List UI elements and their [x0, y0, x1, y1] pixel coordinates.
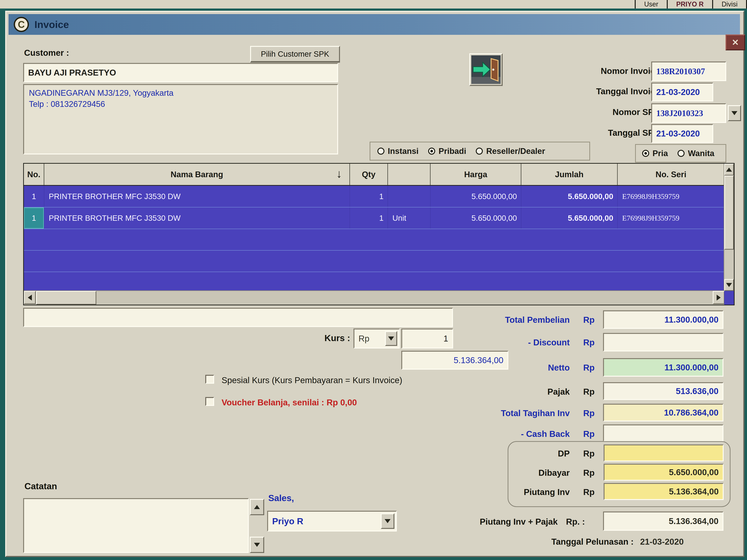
chevron-down-icon — [731, 111, 737, 115]
cell-harga[interactable]: 5.650.000,00 — [431, 186, 521, 207]
total-pembelian-rp: Rp — [583, 315, 594, 325]
kurs-currency-value: Rp — [359, 334, 369, 344]
nomor-spb-field[interactable]: 138J2010323 — [651, 103, 726, 123]
cell-no-selected[interactable]: 1 — [24, 207, 44, 229]
cell-no-seri[interactable]: E76998J9H359759 — [618, 207, 724, 229]
dp-field[interactable] — [603, 445, 724, 461]
customer-address-line1: NGADINEGARAN MJ3/129, Yogyakarta — [29, 88, 332, 98]
pajak-rp: Rp — [583, 387, 594, 397]
table-row[interactable]: 1 PRINTER BROTHER MFC J3530 DW 1 5.650.0… — [24, 186, 734, 207]
radio-pribadi[interactable] — [428, 148, 435, 155]
netto-rp: Rp — [583, 363, 594, 373]
arrow-down-icon — [254, 543, 260, 547]
col-header-qty[interactable]: Qty — [350, 164, 388, 185]
scroll-right-button[interactable] — [713, 291, 725, 304]
total-tagihan-inv-field[interactable]: 10.786.364,00 — [603, 404, 723, 422]
col-header-no[interactable]: No. — [24, 164, 44, 185]
table-header-row: No. Nama Barang ↓ Qty Harga Jumlah No. S… — [24, 164, 734, 186]
col-header-harga[interactable]: Harga — [431, 164, 521, 185]
tanggal-invoice-field[interactable]: 21-03-2020 — [651, 83, 713, 102]
arrow-right-icon — [717, 295, 721, 300]
radio-reseller-dealer-label: Reseller/Dealer — [486, 146, 545, 156]
catatan-spin-up-button[interactable] — [250, 499, 264, 515]
items-table: No. Nama Barang ↓ Qty Harga Jumlah No. S… — [23, 163, 735, 305]
cell-unit[interactable]: Unit — [388, 207, 431, 229]
nomor-invoice-field[interactable]: 138R2010307 — [651, 61, 726, 81]
customer-address-line2: Telp : 081326729456 — [29, 100, 332, 109]
cell-qty[interactable]: 1 — [350, 207, 388, 229]
scroll-left-button[interactable] — [24, 291, 36, 304]
cell-jumlah[interactable]: 5.650.000,00 — [521, 186, 618, 207]
dibayar-field[interactable]: 5.650.000,00 — [603, 464, 724, 481]
kurs-dropdown-button[interactable] — [385, 331, 397, 346]
col-header-unit[interactable] — [388, 164, 431, 185]
arrow-up-icon — [726, 167, 732, 172]
table-empty-row — [24, 250, 734, 272]
sales-select[interactable]: Priyo R — [267, 511, 397, 532]
dibayar-label: Dibayar — [440, 468, 570, 478]
catatan-label: Catatan — [24, 481, 57, 491]
sales-dropdown-button[interactable] — [381, 513, 394, 529]
pajak-label: Pajak — [440, 387, 570, 397]
total-pembelian-field[interactable]: 11.300.000,00 — [603, 310, 723, 329]
spesial-kurs-checkbox[interactable] — [205, 375, 214, 384]
piutang-inv-pajak-rp: Rp. : — [566, 517, 585, 527]
radio-pribadi-label: Pribadi — [439, 146, 466, 156]
voucher-belanja-checkbox[interactable] — [205, 397, 214, 406]
cell-nama-barang[interactable]: PRINTER BROTHER MFC J3530 DW — [44, 186, 350, 207]
horizontal-scroll-thumb[interactable] — [36, 291, 96, 304]
radio-pria[interactable] — [642, 150, 649, 157]
tanggal-spb-field[interactable]: 21-03-2020 — [651, 124, 713, 143]
col-header-no-seri[interactable]: No. Seri — [618, 164, 724, 185]
customer-address-panel[interactable]: NGADINEGARAN MJ3/129, Yogyakarta Telp : … — [23, 84, 338, 155]
netto-label: Netto — [440, 363, 570, 373]
close-button[interactable]: ✕ — [725, 34, 745, 50]
title-bar[interactable]: C Invoice — [8, 14, 740, 35]
window-title: Invoice — [34, 19, 69, 30]
table-row[interactable]: 1 PRINTER BROTHER MFC J3530 DW 1 Unit 5.… — [24, 207, 734, 229]
piutang-inv-pajak-label: Piutang Inv + Pajak — [428, 517, 558, 527]
pajak-field[interactable]: 513.636,00 — [603, 382, 723, 400]
dp-rp: Rp — [583, 449, 594, 458]
col-header-jumlah[interactable]: Jumlah — [521, 164, 618, 185]
cell-harga[interactable]: 5.650.000,00 — [431, 207, 521, 229]
cell-no[interactable]: 1 — [24, 186, 44, 207]
col-header-nama-barang[interactable]: Nama Barang ↓ — [44, 164, 350, 185]
customer-type-radio-group: Instansi Pribadi Reseller/Dealer — [369, 142, 590, 161]
item-entry-field[interactable] — [23, 308, 453, 327]
radio-instansi[interactable] — [378, 148, 384, 155]
cash-back-field[interactable] — [603, 424, 723, 442]
piutang-inv-pajak-field[interactable]: 5.136.364,00 — [603, 511, 723, 531]
cell-nama-barang[interactable]: PRINTER BROTHER MFC J3530 DW — [44, 207, 350, 229]
chevron-down-icon — [388, 337, 394, 341]
nomor-spb-dropdown-button[interactable] — [728, 105, 741, 121]
radio-wanita[interactable] — [677, 150, 685, 157]
app-top-bar: User PRIYO R Divisi — [0, 0, 747, 8]
vertical-scroll-thumb[interactable] — [724, 176, 734, 250]
discount-field[interactable] — [603, 333, 723, 351]
screen: User PRIYO R Divisi C Invoice ✕ Customer… — [0, 0, 747, 560]
catatan-spin-down-button[interactable] — [250, 537, 264, 553]
kurs-label: Kurs : — [315, 333, 350, 343]
chevron-down-icon — [385, 519, 390, 523]
exit-button[interactable] — [469, 53, 503, 86]
arrow-down-icon — [726, 283, 732, 287]
piutang-inv-field[interactable]: 5.136.364,00 — [603, 483, 724, 500]
scroll-up-button[interactable] — [724, 164, 734, 176]
pilih-customer-spk-button[interactable]: Pilih Customer SPK — [250, 46, 340, 62]
scroll-down-button[interactable] — [724, 279, 734, 291]
cell-jumlah[interactable]: 5.650.000,00 — [521, 207, 618, 229]
customer-label: Customer : — [24, 48, 69, 58]
app-icon: C — [14, 17, 29, 32]
customer-name-field[interactable]: BAYU AJI PRASETYO — [23, 63, 338, 82]
cell-qty[interactable]: 1 — [350, 186, 388, 207]
catatan-textarea[interactable] — [23, 498, 249, 553]
cell-no-seri[interactable]: E76998J9H359759 — [618, 186, 724, 207]
cell-unit[interactable] — [388, 186, 431, 207]
radio-reseller-dealer[interactable] — [476, 148, 483, 155]
netto-field[interactable]: 11.300.000,00 — [603, 358, 723, 377]
vertical-scrollbar[interactable] — [724, 164, 734, 291]
horizontal-scrollbar[interactable] — [24, 290, 725, 304]
nomor-invoice-label: Nomor Invoice : — [535, 66, 665, 76]
total-tagihan-inv-rp: Rp — [583, 408, 594, 418]
